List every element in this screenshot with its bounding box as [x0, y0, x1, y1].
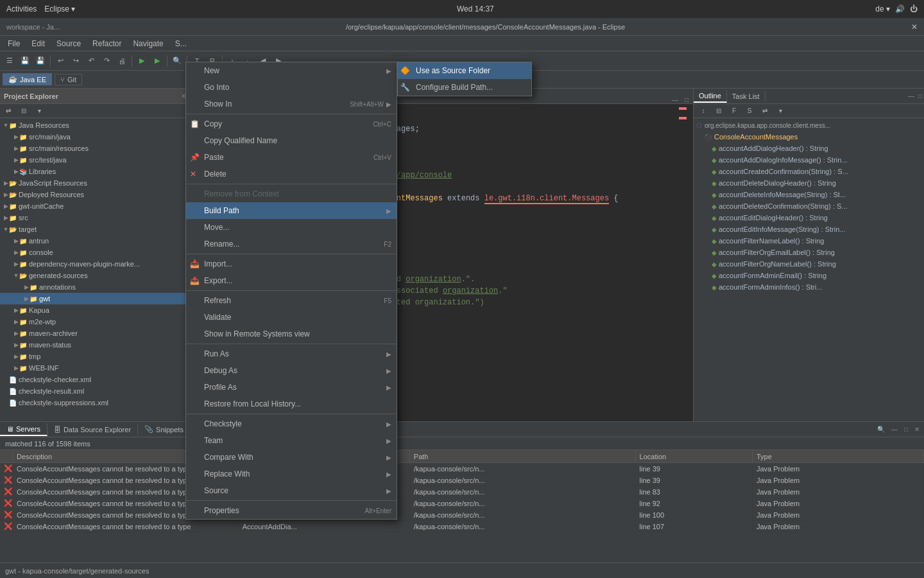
ctx-copy-qualified[interactable]: Copy Qualified Name	[186, 132, 397, 149]
ctx-profile-as[interactable]: Profile As ▶	[186, 379, 397, 396]
source-folder-icon: 🔶	[400, 66, 410, 75]
ctx-checkstyle[interactable]: Checkstyle ▶	[186, 416, 397, 432]
ctx-build-path[interactable]: Build Path ▶	[186, 202, 397, 219]
ctx-sep-6	[186, 414, 397, 414]
ctx-properties[interactable]: Properties Alt+Enter	[186, 502, 397, 519]
ctx-validate[interactable]: Validate	[186, 309, 397, 326]
ctx-sep-1	[186, 114, 397, 114]
ctx-show-in[interactable]: Show In Shift+Alt+W▶	[186, 96, 397, 112]
ctx-sep-3	[186, 254, 397, 254]
ctx-team[interactable]: Team ▶	[186, 432, 397, 449]
ctx-delete[interactable]: ✕ Delete	[186, 166, 397, 182]
ctx-debug-as[interactable]: Debug As ▶	[186, 362, 397, 379]
ctx-show-remote[interactable]: Show in Remote Systems view	[186, 326, 397, 342]
submenu-use-source-folder[interactable]: 🔶 Use as Source Folder	[398, 62, 531, 79]
import-icon: 📥	[190, 259, 200, 268]
ctx-copy[interactable]: 📋 Copy Ctrl+C	[186, 116, 397, 132]
ctx-new[interactable]: New ▶	[186, 62, 397, 79]
copy-icon: 📋	[190, 119, 200, 128]
paste-icon: 📌	[190, 153, 200, 162]
ctx-sep-5	[186, 344, 397, 344]
ctx-sep-2	[186, 184, 397, 184]
ctx-rename[interactable]: Rename... F2	[186, 236, 397, 252]
ctx-sep-4	[186, 290, 397, 291]
build-path-submenu: 🔶 Use as Source Folder 🔧 Configure Build…	[397, 62, 532, 96]
ctx-go-into[interactable]: Go Into	[186, 79, 397, 96]
ctx-remove-context[interactable]: Remove from Context	[186, 186, 397, 202]
ctx-export[interactable]: 📤 Export...	[186, 272, 397, 289]
ctx-compare-with[interactable]: Compare With ▶	[186, 449, 397, 466]
ctx-paste[interactable]: 📌 Paste Ctrl+V	[186, 149, 397, 166]
delete-icon: ✕	[190, 170, 196, 179]
ctx-source[interactable]: Source ▶	[186, 482, 397, 499]
configure-build-icon: 🔧	[400, 83, 410, 92]
ctx-refresh[interactable]: Refresh F5	[186, 292, 397, 309]
ctx-import[interactable]: 📥 Import...	[186, 256, 397, 272]
ctx-restore-local[interactable]: Restore from Local History...	[186, 396, 397, 412]
ctx-move[interactable]: Move...	[186, 219, 397, 236]
ctx-replace-with[interactable]: Replace With ▶	[186, 466, 397, 482]
ctx-sep-7	[186, 500, 397, 501]
export-icon: 📤	[190, 276, 200, 285]
context-menu: New ▶ Go Into Show In Shift+Alt+W▶ 📋 Cop…	[185, 62, 397, 520]
submenu-configure-build-path[interactable]: 🔧 Configure Build Path...	[398, 79, 531, 96]
ctx-run-as[interactable]: Run As ▶	[186, 346, 397, 362]
